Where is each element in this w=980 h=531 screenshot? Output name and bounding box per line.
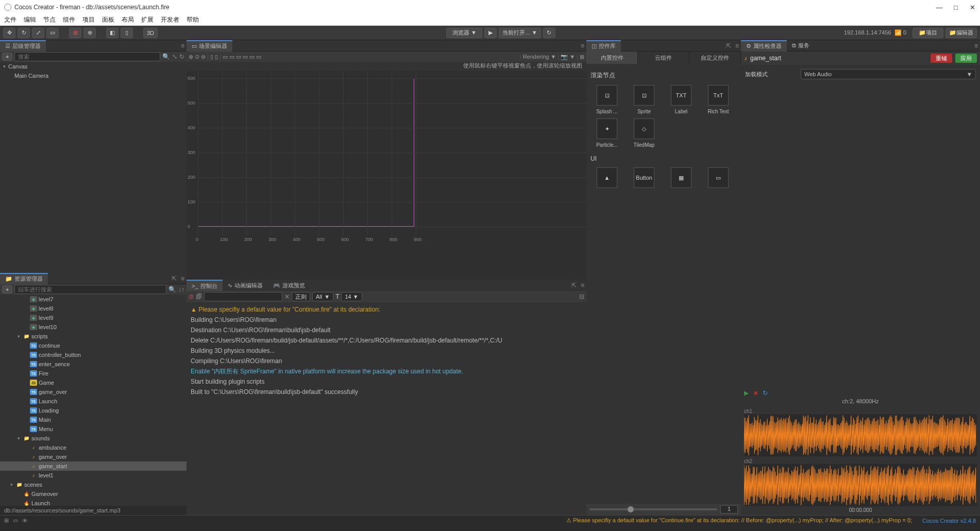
create-asset-button[interactable]: +: [2, 285, 12, 294]
reset-button[interactable]: 重铺: [931, 54, 952, 63]
mode-3d-button[interactable]: 3D: [143, 28, 158, 38]
console-tab[interactable]: >_控制台: [187, 280, 223, 291]
refresh-icon[interactable]: ↻: [179, 53, 184, 60]
zoom-out-icon[interactable]: ⊖: [201, 54, 206, 60]
align-tool-icon[interactable]: ▭: [249, 54, 255, 60]
panel-menu-icon[interactable]: ≡: [733, 42, 741, 49]
menu-node[interactable]: 节点: [43, 15, 56, 24]
align-tool-icon[interactable]: ▭: [256, 54, 261, 60]
game-preview-tab[interactable]: 🎮游戏预览: [268, 280, 310, 291]
open-log-icon[interactable]: 🗐: [196, 293, 202, 300]
collapse-console-icon[interactable]: ⊟: [579, 293, 584, 300]
widget-item[interactable]: ▦: [665, 167, 698, 191]
audio-stop-button[interactable]: ■: [754, 389, 757, 397]
console-output[interactable]: ▲ Please specifiy a default value for "C…: [187, 302, 586, 515]
menu-project[interactable]: 项目: [82, 15, 95, 24]
open-project-button[interactable]: 📁 项目: [913, 28, 943, 38]
align-left-icon[interactable]: ◧: [106, 28, 119, 38]
widget-item[interactable]: TxTRich Text: [702, 85, 735, 114]
tree-item[interactable]: TSLaunch: [0, 397, 187, 406]
custom-widgets-tab[interactable]: 自定义控件: [689, 52, 741, 64]
builtin-widgets-tab[interactable]: 内置控件: [586, 52, 638, 64]
status-icon[interactable]: 👁: [22, 518, 28, 524]
widget-item[interactable]: ✦Particle...: [590, 118, 623, 148]
tree-item[interactable]: ♪game_start: [0, 461, 187, 471]
tree-item[interactable]: 🔥Launch: [0, 499, 187, 506]
widget-item[interactable]: ▭: [702, 167, 735, 191]
zoom-reset-icon[interactable]: ⊙: [195, 54, 199, 60]
audio-play-button[interactable]: ▶: [744, 389, 749, 397]
tree-item[interactable]: ◈level7: [0, 295, 187, 304]
tree-item[interactable]: 🔥Gameover: [0, 489, 187, 499]
tool-pivot-icon[interactable]: ⊕: [83, 28, 96, 38]
tree-item[interactable]: TScontroller_button: [0, 350, 187, 359]
tree-item[interactable]: TSMenu: [0, 424, 187, 434]
regex-toggle[interactable]: 正则: [292, 292, 310, 301]
tool-rotate-icon[interactable]: ↻: [18, 28, 30, 38]
panel-popout-icon[interactable]: ⇱: [724, 42, 733, 49]
tree-item[interactable]: ▾📁scripts: [0, 332, 187, 341]
widget-library[interactable]: 渲染节点 ⊡Splash ...⊡SpriteTXTLabelTxTRich T…: [586, 64, 741, 504]
menu-file[interactable]: 文件: [4, 15, 16, 24]
menu-edit[interactable]: 编辑: [24, 15, 36, 24]
menu-extension[interactable]: 扩展: [141, 15, 154, 24]
status-icon[interactable]: ⊞: [4, 517, 9, 524]
panel-menu-icon[interactable]: ≡: [179, 275, 187, 282]
tree-item[interactable]: Main Camera: [0, 71, 187, 80]
widgets-tab[interactable]: ◫控件库: [586, 40, 621, 52]
scene-canvas[interactable]: 6005004003002001000010020030040050060070…: [187, 71, 586, 280]
scene-editor-tab[interactable]: ▭场景编辑器: [187, 40, 232, 52]
tree-item[interactable]: ♪level1: [0, 471, 187, 480]
align-tool-icon[interactable]: ▭: [223, 54, 228, 60]
align-tool-icon[interactable]: ▭: [229, 54, 234, 60]
hierarchy-search-input[interactable]: [14, 52, 160, 61]
widget-item[interactable]: TXTLabel: [665, 85, 698, 114]
align-tool-icon[interactable]: ▯: [215, 54, 218, 60]
tree-item[interactable]: ▾📁scenes: [0, 480, 187, 489]
menu-panel[interactable]: 面板: [102, 15, 114, 24]
inspector-tab[interactable]: ⚙属性检查器: [741, 40, 787, 52]
gizmo-icon[interactable]: ⊞: [580, 54, 584, 60]
tree-item[interactable]: TSFire: [0, 369, 187, 378]
preview-device-select[interactable]: 浏览器 ▼: [446, 28, 482, 38]
widget-item[interactable]: Button: [628, 167, 661, 191]
tool-anchor-icon[interactable]: ⊞: [69, 28, 81, 38]
widget-item[interactable]: ⊡Sprite: [628, 85, 661, 114]
menu-layout[interactable]: 布局: [122, 15, 134, 24]
widget-item[interactable]: ⊡Splash ...: [590, 85, 623, 114]
apply-button[interactable]: 应用: [955, 54, 977, 63]
rendering-select[interactable]: Rendering ▼: [523, 54, 556, 60]
level-filter-select[interactable]: All▼: [312, 292, 333, 301]
menu-developer[interactable]: 开发者: [161, 15, 179, 24]
preview-scene-select[interactable]: 当前打开... ▼: [499, 28, 540, 38]
assets-search-input[interactable]: [14, 285, 166, 294]
panel-popout-icon[interactable]: ⇱: [569, 282, 579, 289]
widget-item[interactable]: ◇TiledMap: [628, 118, 661, 148]
filter-clear-icon[interactable]: ✕: [284, 293, 290, 300]
camera-icon[interactable]: 📷 ▼: [561, 54, 575, 60]
tree-item[interactable]: TSenter_sence: [0, 359, 187, 369]
tree-item[interactable]: TSgame_over: [0, 387, 187, 397]
zoom-slider[interactable]: [589, 508, 717, 510]
tree-item[interactable]: TSMain: [0, 415, 187, 424]
tree-item[interactable]: ◈level8: [0, 304, 187, 313]
widget-item[interactable]: ▲: [590, 167, 623, 191]
open-editor-button[interactable]: 📁 编辑器: [945, 28, 977, 38]
align-tool-icon[interactable]: ▭: [236, 54, 241, 60]
assets-tree[interactable]: ◈level7◈level8◈level9◈level10▾📁scriptsTS…: [0, 295, 187, 506]
tool-move-icon[interactable]: ✥: [3, 28, 15, 38]
tree-item[interactable]: ▾📁sounds: [0, 434, 187, 443]
assets-tab[interactable]: 📁资源管理器: [0, 273, 48, 284]
align-tool-icon[interactable]: ▯: [210, 54, 213, 60]
hierarchy-tab[interactable]: ☰层级管理器: [0, 40, 46, 52]
zoom-in-icon[interactable]: ⊕: [189, 54, 193, 60]
panel-menu-icon[interactable]: ≡: [579, 282, 586, 289]
panel-menu-icon[interactable]: ≡: [972, 42, 980, 49]
sort-icon[interactable]: ↓↑: [178, 286, 184, 293]
animation-tab[interactable]: ∿动画编辑器: [223, 280, 268, 291]
create-node-button[interactable]: +: [2, 53, 12, 61]
tool-scale-icon[interactable]: ⤢: [32, 28, 44, 38]
menu-component[interactable]: 组件: [63, 15, 75, 24]
align-tool-icon[interactable]: ▭: [243, 54, 248, 60]
tree-item[interactable]: ◈level9: [0, 313, 187, 322]
